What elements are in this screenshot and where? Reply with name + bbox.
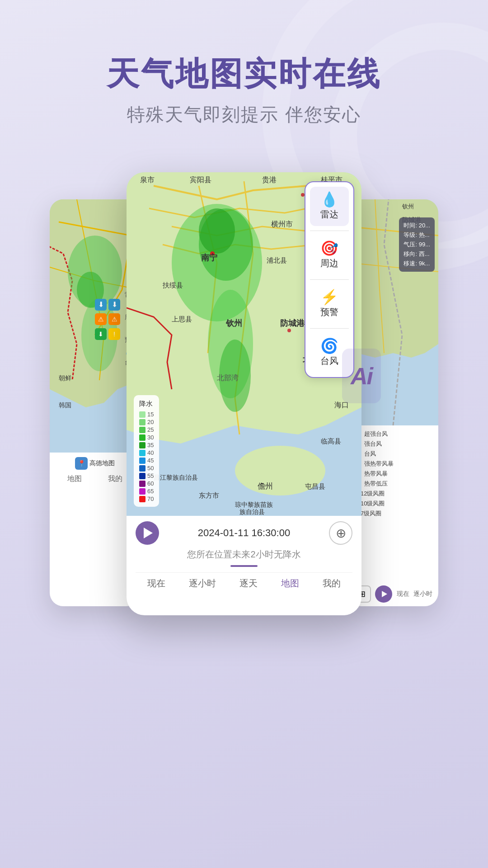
info-line-direction: 移向: 西... <box>404 250 430 259</box>
svg-text:南宁: 南宁 <box>201 253 217 262</box>
svg-text:韩国: 韩国 <box>59 401 71 409</box>
warning-icon: ⚡ <box>320 290 338 304</box>
nav-hourly[interactable]: 逐小时 <box>189 577 216 590</box>
svg-text:⬇: ⬇ <box>98 330 103 338</box>
legend-color-60 <box>139 481 145 487</box>
info-line-speed: 移速: 9k... <box>404 259 430 269</box>
svg-text:⬇: ⬇ <box>98 301 104 308</box>
svg-text:泉市: 泉市 <box>140 176 155 184</box>
radar-control[interactable]: 💧 雷达 <box>310 187 349 226</box>
svg-text:防城港: 防城港 <box>280 319 305 328</box>
info-line-time: 时间: 20... <box>404 221 430 231</box>
legend-row-40: 40 <box>139 449 154 456</box>
typhoon-icon: 🌀 <box>320 339 338 353</box>
cards-container: ⬇ ⬇ ⚠ ⚠ ⬇ ! 朝鲜 韩国 💧 雷达 <box>0 154 488 660</box>
svg-point-27 <box>287 329 291 332</box>
legend-12-ring: 12级风圈 <box>352 490 434 498</box>
play-icon <box>144 528 153 538</box>
legend-color-30 <box>139 434 145 441</box>
bottom-controls: 2024-01-11 16:30:00 ⊕ 您所在位置未来2小时无降水 现在 逐… <box>127 516 361 598</box>
legend-7-ring: 7级风圈 <box>352 509 434 518</box>
legend-row-25: 25 <box>139 426 154 433</box>
legend-row-15: 15 <box>139 411 154 418</box>
legend-color-50 <box>139 465 145 472</box>
svg-point-26 <box>301 193 305 197</box>
svg-text:⚠: ⚠ <box>112 316 117 323</box>
logo-icon: 📍 <box>75 457 88 470</box>
legend-color-15 <box>139 411 145 418</box>
info-line-level: 等级: 热... <box>404 231 430 240</box>
legend-color-55 <box>139 473 145 479</box>
bottom-nav: 现在 逐小时 逐天 地图 我的 <box>136 572 352 592</box>
ai-label: Ai <box>351 363 372 390</box>
time-control: 2024-01-11 16:30:00 ⊕ <box>136 521 352 545</box>
legend-row-45: 45 <box>139 457 154 464</box>
legend-color-25 <box>139 427 145 433</box>
svg-text:宾阳县: 宾阳县 <box>190 176 211 184</box>
info-line-pressure: 气压: 99... <box>404 240 430 250</box>
right-info-box: 时间: 20... 等级: 热... 气压: 99... 移向: 西... 移速… <box>399 217 435 272</box>
nav-map[interactable]: 地图 <box>281 577 299 590</box>
right-play-icon <box>382 591 387 597</box>
nearby-icon: 🎯 <box>320 241 338 255</box>
play-button[interactable] <box>136 521 159 545</box>
svg-text:北部湾: 北部湾 <box>217 374 239 382</box>
legend-typhoon: 台风 <box>352 450 434 458</box>
legend-row-50: 50 <box>139 465 154 472</box>
svg-text:屯昌县: 屯昌县 <box>305 482 325 490</box>
forecast-text: 您所在位置未来2小时无降水 <box>136 548 352 561</box>
divider-1 <box>310 231 349 231</box>
svg-text:族自治县: 族自治县 <box>239 508 265 515</box>
legend-color-20 <box>139 419 145 425</box>
svg-text:横州市: 横州市 <box>271 220 293 228</box>
legend-row-60: 60 <box>139 480 154 487</box>
ai-badge: Ai <box>342 349 381 403</box>
nav-now[interactable]: 现在 <box>147 577 165 590</box>
legend-color-35 <box>139 442 145 448</box>
legend-title: 降水 <box>139 400 154 408</box>
legend-color-40 <box>139 450 145 456</box>
svg-text:钦州: 钦州 <box>402 203 414 210</box>
legend-bar: 15 20 25 30 <box>139 411 154 502</box>
left-bottom-nav: 地图 我的 <box>54 474 136 486</box>
legend-super-typhoon: 超强台风 <box>352 430 434 438</box>
svg-point-24 <box>199 208 235 254</box>
nav-mine[interactable]: 我的 <box>323 577 341 590</box>
legend-low-pressure: 热带低压 <box>352 480 434 488</box>
svg-text:琼中黎族苗族: 琼中黎族苗族 <box>235 501 273 508</box>
nav-daily[interactable]: 逐天 <box>239 577 258 590</box>
svg-text:儋州: 儋州 <box>258 482 273 491</box>
svg-text:上思县: 上思县 <box>172 315 192 323</box>
legend-row-20: 20 <box>139 419 154 425</box>
svg-text:⬇: ⬇ <box>112 301 117 308</box>
legend-10-ring: 10级风圈 <box>352 500 434 508</box>
legend-row-35: 35 <box>139 442 154 448</box>
right-legend: 超强台风 强台风 台风 强热带风暴 热带风暴 热带低压 <box>348 425 438 524</box>
warning-control[interactable]: ⚡ 预警 <box>310 284 349 324</box>
legend-storm: 热带风暴 <box>352 470 434 478</box>
left-logo: 📍 高德地图 <box>75 457 115 470</box>
divider-3 <box>310 328 349 329</box>
legend-strong-storm: 强热带风暴 <box>352 460 434 468</box>
legend-box: 降水 15 20 25 30 <box>134 395 159 507</box>
svg-text:浦北县: 浦北县 <box>267 256 287 264</box>
legend-row-55: 55 <box>139 472 154 479</box>
legend-strong-typhoon: 强台风 <box>352 440 434 448</box>
main-map-area: 泉市 宾阳县 贵港 桂平市 南宁 横州市 扶绥县 浦北县 博 上思县 钦州 防城… <box>127 172 361 516</box>
nearby-control[interactable]: 🎯 周边 <box>310 236 349 275</box>
svg-text:朝鲜: 朝鲜 <box>59 374 71 382</box>
header-section: 天气地图实时在线 特殊天气即刻提示 伴您安心 <box>0 0 488 154</box>
legend-color-45 <box>139 458 145 464</box>
svg-text:东方市: 东方市 <box>199 491 219 499</box>
svg-text:钦州: 钦州 <box>225 319 242 328</box>
svg-text:昌江黎族自治县: 昌江黎族自治县 <box>154 474 198 481</box>
location-button[interactable]: ⊕ <box>329 521 352 545</box>
svg-text:⚠: ⚠ <box>98 316 104 323</box>
main-card: 泉市 宾阳县 贵港 桂平市 南宁 横州市 扶绥县 浦北县 博 上思县 钦州 防城… <box>127 172 361 615</box>
page-title: 天气地图实时在线 <box>0 54 488 93</box>
legend-color-65 <box>139 488 145 495</box>
right-play-button[interactable] <box>375 585 392 603</box>
page-subtitle: 特殊天气即刻提示 伴您安心 <box>0 102 488 127</box>
time-display: 2024-01-11 16:30:00 <box>164 527 324 539</box>
tab-indicator <box>230 565 258 567</box>
